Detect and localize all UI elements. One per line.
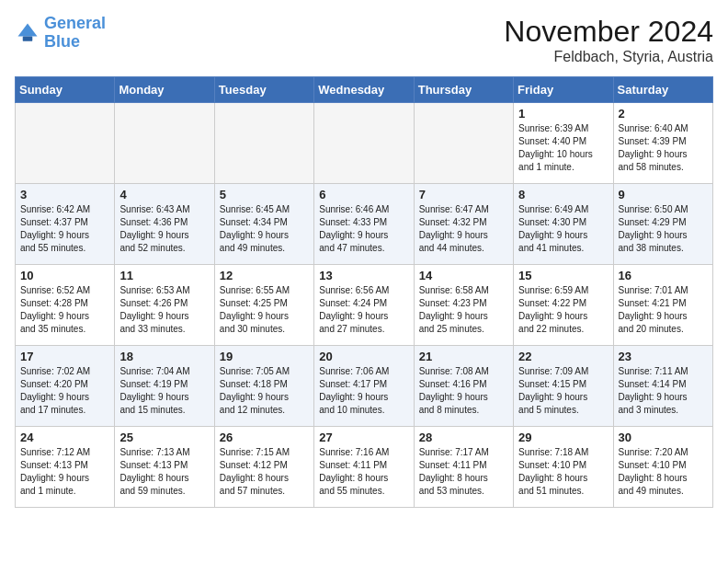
calendar-cell: 11Sunrise: 6:53 AM Sunset: 4:26 PM Dayli… bbox=[115, 265, 214, 346]
day-number: 18 bbox=[119, 350, 209, 363]
day-number: 29 bbox=[518, 431, 608, 444]
logo-text: General Blue bbox=[44, 15, 106, 52]
svg-rect-1 bbox=[23, 36, 33, 40]
calendar-cell: 20Sunrise: 7:06 AM Sunset: 4:17 PM Dayli… bbox=[314, 346, 414, 427]
day-info: Sunrise: 7:16 AM Sunset: 4:11 PM Dayligh… bbox=[319, 446, 408, 498]
day-info: Sunrise: 7:17 AM Sunset: 4:11 PM Dayligh… bbox=[419, 446, 508, 498]
day-info: Sunrise: 6:49 AM Sunset: 4:30 PM Dayligh… bbox=[518, 203, 608, 255]
day-number: 24 bbox=[20, 431, 109, 444]
day-number: 8 bbox=[518, 188, 608, 201]
svg-marker-0 bbox=[18, 23, 38, 36]
location: Feldbach, Styria, Austria bbox=[504, 49, 713, 65]
day-info: Sunrise: 6:55 AM Sunset: 4:25 PM Dayligh… bbox=[220, 284, 309, 336]
calendar-cell bbox=[314, 103, 414, 184]
day-info: Sunrise: 7:02 AM Sunset: 4:20 PM Dayligh… bbox=[20, 365, 109, 417]
calendar-cell: 12Sunrise: 6:55 AM Sunset: 4:25 PM Dayli… bbox=[214, 265, 313, 346]
logo-blue: Blue bbox=[44, 33, 106, 52]
weekday-header-row: SundayMondayTuesdayWednesdayThursdayFrid… bbox=[16, 77, 713, 103]
day-number: 13 bbox=[319, 269, 408, 282]
calendar-cell: 14Sunrise: 6:58 AM Sunset: 4:23 PM Dayli… bbox=[414, 265, 513, 346]
calendar-week-row: 24Sunrise: 7:12 AM Sunset: 4:13 PM Dayli… bbox=[16, 427, 713, 508]
day-number: 12 bbox=[220, 269, 309, 282]
calendar-cell: 5Sunrise: 6:45 AM Sunset: 4:34 PM Daylig… bbox=[214, 184, 313, 265]
calendar-cell: 18Sunrise: 7:04 AM Sunset: 4:19 PM Dayli… bbox=[115, 346, 214, 427]
calendar-cell: 23Sunrise: 7:11 AM Sunset: 4:14 PM Dayli… bbox=[613, 346, 712, 427]
day-info: Sunrise: 7:20 AM Sunset: 4:10 PM Dayligh… bbox=[619, 446, 708, 498]
day-number: 20 bbox=[319, 350, 408, 363]
calendar-cell: 8Sunrise: 6:49 AM Sunset: 4:30 PM Daylig… bbox=[514, 184, 613, 265]
day-number: 14 bbox=[419, 269, 508, 282]
day-info: Sunrise: 6:52 AM Sunset: 4:28 PM Dayligh… bbox=[20, 284, 109, 336]
calendar-cell: 3Sunrise: 6:42 AM Sunset: 4:37 PM Daylig… bbox=[16, 184, 115, 265]
calendar-week-row: 10Sunrise: 6:52 AM Sunset: 4:28 PM Dayli… bbox=[16, 265, 713, 346]
weekday-header: Monday bbox=[115, 77, 214, 103]
day-number: 19 bbox=[220, 350, 309, 363]
day-info: Sunrise: 7:05 AM Sunset: 4:18 PM Dayligh… bbox=[220, 365, 309, 417]
day-info: Sunrise: 7:12 AM Sunset: 4:13 PM Dayligh… bbox=[20, 446, 109, 498]
day-info: Sunrise: 7:15 AM Sunset: 4:12 PM Dayligh… bbox=[220, 446, 309, 498]
day-number: 15 bbox=[518, 269, 608, 282]
calendar-cell: 19Sunrise: 7:05 AM Sunset: 4:18 PM Dayli… bbox=[214, 346, 313, 427]
day-number: 1 bbox=[518, 107, 608, 121]
weekday-header: Thursday bbox=[414, 77, 513, 103]
day-info: Sunrise: 6:43 AM Sunset: 4:36 PM Dayligh… bbox=[119, 203, 209, 255]
day-info: Sunrise: 6:39 AM Sunset: 4:40 PM Dayligh… bbox=[518, 122, 608, 174]
day-number: 25 bbox=[119, 431, 209, 444]
day-number: 10 bbox=[20, 269, 109, 282]
day-info: Sunrise: 6:53 AM Sunset: 4:26 PM Dayligh… bbox=[119, 284, 209, 336]
day-info: Sunrise: 7:18 AM Sunset: 4:10 PM Dayligh… bbox=[518, 446, 608, 498]
calendar-cell bbox=[214, 103, 313, 184]
calendar-cell: 16Sunrise: 7:01 AM Sunset: 4:21 PM Dayli… bbox=[613, 265, 712, 346]
day-number: 23 bbox=[619, 350, 708, 363]
day-info: Sunrise: 7:08 AM Sunset: 4:16 PM Dayligh… bbox=[419, 365, 508, 417]
calendar-cell: 27Sunrise: 7:16 AM Sunset: 4:11 PM Dayli… bbox=[314, 427, 414, 508]
calendar-cell: 30Sunrise: 7:20 AM Sunset: 4:10 PM Dayli… bbox=[613, 427, 712, 508]
day-number: 7 bbox=[419, 188, 508, 201]
day-number: 17 bbox=[20, 350, 109, 363]
calendar-cell: 17Sunrise: 7:02 AM Sunset: 4:20 PM Dayli… bbox=[16, 346, 115, 427]
day-number: 11 bbox=[119, 269, 209, 282]
calendar-cell: 21Sunrise: 7:08 AM Sunset: 4:16 PM Dayli… bbox=[414, 346, 513, 427]
calendar-cell: 6Sunrise: 6:46 AM Sunset: 4:33 PM Daylig… bbox=[314, 184, 414, 265]
day-info: Sunrise: 6:42 AM Sunset: 4:37 PM Dayligh… bbox=[20, 203, 109, 255]
day-info: Sunrise: 7:11 AM Sunset: 4:14 PM Dayligh… bbox=[619, 365, 708, 417]
calendar-cell bbox=[414, 103, 513, 184]
day-number: 30 bbox=[619, 431, 708, 444]
calendar-cell: 24Sunrise: 7:12 AM Sunset: 4:13 PM Dayli… bbox=[16, 427, 115, 508]
day-info: Sunrise: 6:50 AM Sunset: 4:29 PM Dayligh… bbox=[619, 203, 708, 255]
calendar-week-row: 17Sunrise: 7:02 AM Sunset: 4:20 PM Dayli… bbox=[16, 346, 713, 427]
day-number: 5 bbox=[220, 188, 309, 201]
calendar-cell: 28Sunrise: 7:17 AM Sunset: 4:11 PM Dayli… bbox=[414, 427, 513, 508]
weekday-header: Friday bbox=[514, 77, 613, 103]
calendar-week-row: 1Sunrise: 6:39 AM Sunset: 4:40 PM Daylig… bbox=[16, 103, 713, 184]
day-number: 16 bbox=[619, 269, 708, 282]
logo-icon bbox=[15, 20, 40, 46]
day-info: Sunrise: 6:58 AM Sunset: 4:23 PM Dayligh… bbox=[419, 284, 508, 336]
day-number: 22 bbox=[518, 350, 608, 363]
weekday-header: Sunday bbox=[16, 77, 115, 103]
calendar-cell: 4Sunrise: 6:43 AM Sunset: 4:36 PM Daylig… bbox=[115, 184, 214, 265]
day-number: 21 bbox=[419, 350, 508, 363]
calendar-cell: 15Sunrise: 6:59 AM Sunset: 4:22 PM Dayli… bbox=[514, 265, 613, 346]
day-number: 3 bbox=[20, 188, 109, 201]
page-header: General Blue November 2024 Feldbach, Sty… bbox=[15, 15, 713, 65]
calendar-cell: 2Sunrise: 6:40 AM Sunset: 4:39 PM Daylig… bbox=[613, 103, 712, 184]
calendar-cell: 10Sunrise: 6:52 AM Sunset: 4:28 PM Dayli… bbox=[16, 265, 115, 346]
day-info: Sunrise: 7:01 AM Sunset: 4:21 PM Dayligh… bbox=[619, 284, 708, 336]
day-number: 2 bbox=[619, 107, 708, 121]
day-number: 6 bbox=[319, 188, 408, 201]
day-info: Sunrise: 7:09 AM Sunset: 4:15 PM Dayligh… bbox=[518, 365, 608, 417]
day-number: 26 bbox=[220, 431, 309, 444]
month-title: November 2024 bbox=[504, 15, 713, 49]
weekday-header: Tuesday bbox=[214, 77, 313, 103]
day-number: 28 bbox=[419, 431, 508, 444]
day-info: Sunrise: 6:56 AM Sunset: 4:24 PM Dayligh… bbox=[319, 284, 408, 336]
day-info: Sunrise: 6:46 AM Sunset: 4:33 PM Dayligh… bbox=[319, 203, 408, 255]
calendar-cell: 22Sunrise: 7:09 AM Sunset: 4:15 PM Dayli… bbox=[514, 346, 613, 427]
calendar-cell: 26Sunrise: 7:15 AM Sunset: 4:12 PM Dayli… bbox=[214, 427, 313, 508]
day-number: 9 bbox=[619, 188, 708, 201]
day-info: Sunrise: 6:47 AM Sunset: 4:32 PM Dayligh… bbox=[419, 203, 508, 255]
calendar-cell bbox=[16, 103, 115, 184]
logo: General Blue bbox=[15, 15, 106, 52]
calendar-cell: 1Sunrise: 6:39 AM Sunset: 4:40 PM Daylig… bbox=[514, 103, 613, 184]
